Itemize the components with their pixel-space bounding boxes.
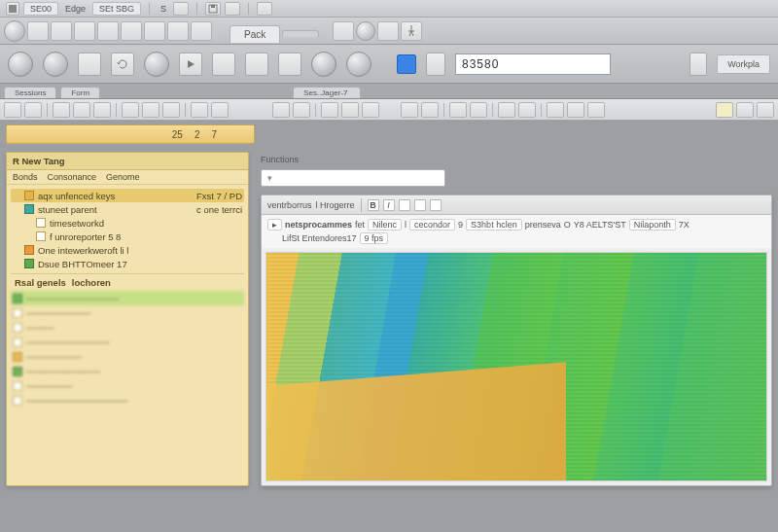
menu-button-3[interactable] (257, 2, 272, 16)
menu-button-1[interactable] (173, 2, 189, 16)
pin-icon[interactable] (401, 21, 422, 41)
tsr-btn-11[interactable] (518, 102, 536, 118)
toolbar-toggle-1[interactable] (333, 21, 354, 41)
editor-tb-icon-1[interactable] (399, 199, 410, 211)
tsr-btn-9[interactable] (470, 102, 487, 118)
ts-btn-1[interactable] (4, 102, 21, 118)
separator (196, 3, 197, 15)
editor-tb-icon-3[interactable] (430, 199, 442, 211)
subtab-sessions[interactable]: Sessions (4, 87, 56, 98)
dial-4[interactable] (311, 52, 336, 77)
subtab-sesjager[interactable]: Ses..Jager-7 (293, 87, 361, 98)
workspace-chip[interactable]: Workpla (717, 54, 770, 74)
code-token: Y8 AELTS'ST (574, 220, 626, 230)
toolbar-button-g[interactable] (167, 21, 189, 41)
menu-icon[interactable] (6, 2, 19, 16)
tsr-btn-end1[interactable] (716, 102, 733, 118)
numeric-input[interactable]: 83580 (455, 53, 611, 75)
tree-sub-3[interactable]: Genome (106, 172, 140, 182)
history-knob[interactable] (4, 20, 25, 42)
tree-sub-1[interactable]: Bonds (13, 172, 38, 182)
active-color-chip[interactable] (397, 54, 416, 74)
ts-btn-4[interactable] (73, 102, 90, 118)
side-button[interactable] (690, 53, 707, 76)
toolbar-button-c[interactable] (74, 21, 95, 41)
svg-rect-2 (211, 5, 215, 8)
editor-search-field[interactable]: ▾ (261, 169, 445, 187)
editor-tb-icon-2[interactable] (414, 199, 426, 211)
tree-sub-2[interactable]: Consonance (48, 172, 97, 182)
tsr-btn-10[interactable] (498, 102, 515, 118)
save-icon[interactable] (205, 2, 221, 16)
stop-button[interactable] (212, 53, 235, 76)
toolbar-button-d[interactable] (97, 21, 119, 41)
tsr-btn-4[interactable] (341, 102, 359, 118)
tsr-btn-1[interactable] (272, 102, 290, 118)
record-button[interactable] (245, 53, 268, 76)
step-button[interactable] (278, 53, 301, 76)
bold-button[interactable]: B (368, 199, 379, 211)
mode-button-1[interactable] (78, 53, 101, 76)
tree-row[interactable]: Оne intewerkweroft li l (11, 243, 244, 257)
italic-button[interactable]: I (383, 199, 395, 211)
menu-chip-setsbg[interactable]: SEt SBG (92, 2, 141, 16)
tab-secondary[interactable] (282, 30, 319, 37)
play-icon (186, 59, 195, 69)
menu-button-2[interactable] (225, 2, 240, 16)
tree-label: timesetworkd (50, 218, 104, 229)
toolbar-button-e[interactable] (121, 21, 142, 41)
play-button[interactable] (179, 53, 202, 76)
tool-knob[interactable] (356, 21, 375, 41)
tsr-btn-5[interactable] (362, 102, 379, 118)
ts-btn-9[interactable] (191, 102, 208, 118)
editor-tb-word-2[interactable]: l Hrogerre (316, 200, 355, 210)
tsr-btn-12[interactable] (547, 102, 564, 118)
toolbar-button-f[interactable] (144, 21, 165, 41)
tsr-btn-14[interactable] (587, 102, 605, 118)
menu-glyph-s[interactable]: S (158, 4, 169, 14)
subtab-form[interactable]: Form (60, 87, 100, 98)
tree-row[interactable]: timesetworkd (11, 216, 244, 230)
tsr-btn-7[interactable] (421, 102, 439, 118)
tree-label: stuneet parent (38, 204, 97, 215)
tab-pack[interactable]: Pack (230, 25, 280, 43)
tsr-btn-8[interactable] (449, 102, 467, 118)
tree-row[interactable]: Dsue BHTTOmeer 17 (11, 257, 244, 270)
parameter-bar[interactable]: 25 2 7 (6, 124, 255, 144)
tree-section[interactable]: Rsal genels lochoren (11, 273, 244, 291)
menu-chip-session[interactable]: SE00 (23, 2, 58, 16)
toolbar-button-b[interactable] (51, 21, 72, 41)
tsr-btn-13[interactable] (567, 102, 584, 118)
ts-btn-6[interactable] (122, 102, 139, 118)
value-prefix-button[interactable] (426, 53, 445, 76)
mode-button-2[interactable] (111, 53, 134, 76)
code-token: netsprocammes (285, 220, 352, 230)
tree-row[interactable]: aqx unfenced keys Fxst 7 / PD (11, 189, 244, 202)
toolbar-button-a[interactable] (27, 21, 49, 41)
toolbar-button-h[interactable] (191, 21, 212, 41)
tree-row[interactable]: stuneet parent c one terrci (11, 202, 244, 216)
tsr-btn-3[interactable] (321, 102, 338, 118)
dial-5[interactable] (346, 52, 371, 77)
tsr-btn-6[interactable] (401, 102, 418, 118)
editor-tb-word-1[interactable]: ventrborrus (267, 200, 312, 210)
tree-tail: c one terrci (196, 204, 242, 215)
dial-3[interactable] (144, 52, 169, 77)
code-area[interactable]: ▸ netsprocammes fet Nilenc l cecondor 9 … (262, 215, 771, 248)
dial-1[interactable] (8, 52, 33, 77)
menu-item-edge[interactable]: Edge (62, 4, 88, 14)
ts-btn-10[interactable] (211, 102, 229, 118)
heatmap-view[interactable] (265, 252, 767, 481)
code-line: LifSt Entendores17 9 fps (267, 232, 765, 244)
dial-2[interactable] (43, 52, 68, 77)
tsr-btn-2[interactable] (293, 102, 310, 118)
ts-btn-5[interactable] (93, 102, 111, 118)
toolbar-toggle-2[interactable] (377, 21, 399, 41)
ts-btn-3[interactable] (53, 102, 70, 118)
ts-btn-8[interactable] (162, 102, 180, 118)
tree-row[interactable]: f unroreporter 5 8 (11, 230, 244, 243)
ts-btn-7[interactable] (142, 102, 159, 118)
tsr-btn-end3[interactable] (757, 102, 774, 118)
ts-btn-2[interactable] (24, 102, 42, 118)
tsr-btn-end2[interactable] (736, 102, 754, 118)
